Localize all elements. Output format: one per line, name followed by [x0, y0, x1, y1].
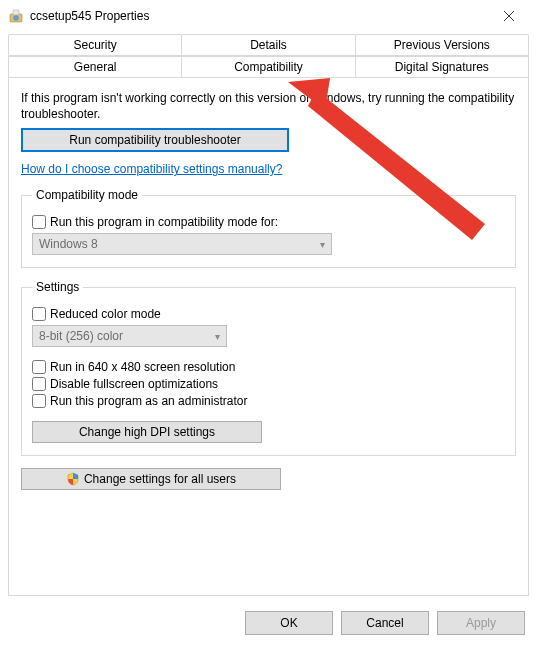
tab-general[interactable]: General: [8, 56, 182, 78]
compatibility-mode-group: Compatibility mode Run this program in c…: [21, 188, 516, 268]
intro-text: If this program isn't working correctly …: [21, 90, 516, 122]
svg-point-2: [14, 16, 19, 21]
change-all-users-button[interactable]: Change settings for all users: [21, 468, 281, 490]
tab-previous-versions[interactable]: Previous Versions: [355, 34, 529, 56]
apply-button[interactable]: Apply: [437, 611, 525, 635]
installer-icon: [8, 8, 24, 24]
reduced-color-checkbox[interactable]: [32, 307, 46, 321]
color-depth-value: 8-bit (256) color: [39, 329, 123, 343]
compat-mode-checkbox-row[interactable]: Run this program in compatibility mode f…: [32, 215, 505, 229]
run-admin-checkbox[interactable]: [32, 394, 46, 408]
tab-digital-signatures[interactable]: Digital Signatures: [355, 56, 529, 78]
tab-compatibility[interactable]: Compatibility: [181, 56, 355, 78]
reduced-color-label: Reduced color mode: [50, 307, 161, 321]
ok-button[interactable]: OK: [245, 611, 333, 635]
change-dpi-button[interactable]: Change high DPI settings: [32, 421, 262, 443]
tab-strip: Security Details Previous Versions Gener…: [8, 34, 529, 78]
compat-os-dropdown[interactable]: Windows 8 ▾: [32, 233, 332, 255]
tab-content: If this program isn't working correctly …: [8, 78, 529, 596]
chevron-down-icon: ▾: [320, 239, 325, 250]
dialog-buttons: OK Cancel Apply: [245, 611, 525, 635]
run-troubleshooter-button[interactable]: Run compatibility troubleshooter: [21, 128, 289, 152]
uac-shield-icon: [66, 472, 80, 486]
svg-rect-1: [13, 10, 19, 15]
color-depth-dropdown[interactable]: 8-bit (256) color ▾: [32, 325, 227, 347]
run-admin-row[interactable]: Run this program as an administrator: [32, 394, 505, 408]
compat-mode-label: Run this program in compatibility mode f…: [50, 215, 278, 229]
compatibility-mode-legend: Compatibility mode: [32, 188, 142, 202]
title-bar: ccsetup545 Properties: [0, 0, 537, 32]
close-button[interactable]: [489, 2, 529, 30]
disable-fullscreen-label: Disable fullscreen optimizations: [50, 377, 218, 391]
settings-legend: Settings: [32, 280, 83, 294]
disable-fullscreen-checkbox[interactable]: [32, 377, 46, 391]
tab-details[interactable]: Details: [181, 34, 355, 56]
low-res-row[interactable]: Run in 640 x 480 screen resolution: [32, 360, 505, 374]
disable-fullscreen-row[interactable]: Disable fullscreen optimizations: [32, 377, 505, 391]
tab-security[interactable]: Security: [8, 34, 182, 56]
help-link[interactable]: How do I choose compatibility settings m…: [21, 162, 282, 176]
reduced-color-row[interactable]: Reduced color mode: [32, 307, 505, 321]
compat-os-value: Windows 8: [39, 237, 98, 251]
settings-group: Settings Reduced color mode 8-bit (256) …: [21, 280, 516, 456]
low-res-label: Run in 640 x 480 screen resolution: [50, 360, 235, 374]
cancel-button[interactable]: Cancel: [341, 611, 429, 635]
run-admin-label: Run this program as an administrator: [50, 394, 247, 408]
low-res-checkbox[interactable]: [32, 360, 46, 374]
window-title: ccsetup545 Properties: [30, 9, 489, 23]
compat-mode-checkbox[interactable]: [32, 215, 46, 229]
chevron-down-icon: ▾: [215, 331, 220, 342]
